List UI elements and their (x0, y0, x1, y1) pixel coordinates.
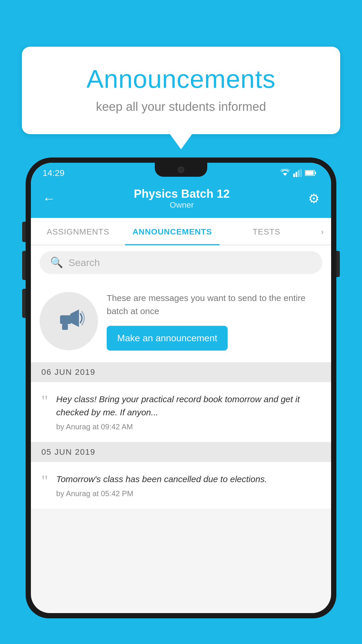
search-input[interactable]: Search (68, 257, 100, 268)
header-center: Physics Batch 12 Owner (134, 187, 230, 210)
promo-description: These are messages you want to send to t… (107, 291, 322, 318)
signal-icon (293, 169, 302, 177)
announcement-body-2: Tomorrow's class has been cancelled due … (56, 473, 321, 498)
phone-screen: 14:29 (31, 163, 331, 613)
phone-notch (155, 163, 207, 177)
announcement-meta-2: by Anurag at 05:42 PM (56, 489, 321, 498)
svg-rect-7 (305, 171, 314, 175)
speech-bubble: Announcements keep all your students inf… (22, 47, 340, 134)
promo-content: These are messages you want to send to t… (107, 291, 322, 351)
search-bar[interactable]: 🔍 Search (40, 251, 322, 274)
tabs-bar: ASSIGNMENTS ANNOUNCEMENTS TESTS › (31, 218, 331, 245)
svg-rect-2 (296, 172, 297, 177)
wifi-icon (280, 169, 290, 177)
status-icons (280, 169, 317, 177)
app-header: ← Physics Batch 12 Owner ⚙ (31, 181, 331, 218)
announcement-text-2: Tomorrow's class has been cancelled due … (56, 473, 321, 486)
announcement-meta-1: by Anurag at 09:42 AM (56, 422, 321, 431)
svg-rect-3 (298, 170, 300, 177)
announcement-item-1[interactable]: " Hey class! Bring your practical record… (31, 382, 331, 442)
quote-icon-2: " (41, 475, 48, 488)
tab-assignments[interactable]: ASSIGNMENTS (31, 218, 125, 245)
battery-icon (305, 169, 317, 176)
announcement-text-1: Hey class! Bring your practical record b… (56, 393, 321, 419)
front-camera (178, 167, 184, 173)
announcement-body-1: Hey class! Bring your practical record b… (56, 393, 321, 431)
svg-rect-10 (62, 324, 68, 330)
search-icon: 🔍 (50, 256, 63, 269)
svg-rect-1 (293, 174, 295, 177)
batch-title: Physics Batch 12 (134, 187, 230, 200)
phone-outer-shell: 14:29 (26, 158, 336, 618)
back-button[interactable]: ← (43, 191, 55, 206)
quote-icon-1: " (41, 395, 48, 408)
volume-up-button (22, 251, 26, 280)
bubble-title: Announcements (45, 64, 317, 94)
svg-rect-4 (300, 169, 302, 177)
status-time: 14:29 (43, 168, 64, 178)
svg-rect-6 (315, 172, 316, 174)
promo-icon-circle (40, 292, 98, 350)
volume-down-button (22, 289, 26, 318)
tab-announcements[interactable]: ANNOUNCEMENTS (125, 218, 219, 245)
date-separator-2: 05 JUN 2019 (31, 442, 331, 462)
svg-marker-0 (283, 173, 287, 176)
megaphone-icon (53, 305, 85, 337)
settings-button[interactable]: ⚙ (308, 191, 319, 206)
power-button (336, 251, 340, 277)
tab-more[interactable]: › (314, 218, 331, 245)
silent-button (22, 222, 26, 242)
make-announcement-button[interactable]: Make an announcement (107, 326, 228, 351)
svg-rect-9 (60, 315, 71, 324)
speech-bubble-section: Announcements keep all your students inf… (22, 47, 340, 134)
date-separator-1: 06 JUN 2019 (31, 362, 331, 382)
tab-tests[interactable]: TESTS (219, 218, 314, 245)
promo-block: These are messages you want to send to t… (31, 280, 331, 362)
announcement-item-2[interactable]: " Tomorrow's class has been cancelled du… (31, 462, 331, 509)
phone-mockup: 14:29 (26, 158, 336, 644)
batch-role: Owner (134, 200, 230, 210)
search-container: 🔍 Search (31, 245, 331, 280)
bubble-subtitle: keep all your students informed (45, 100, 317, 114)
svg-marker-8 (70, 309, 79, 327)
